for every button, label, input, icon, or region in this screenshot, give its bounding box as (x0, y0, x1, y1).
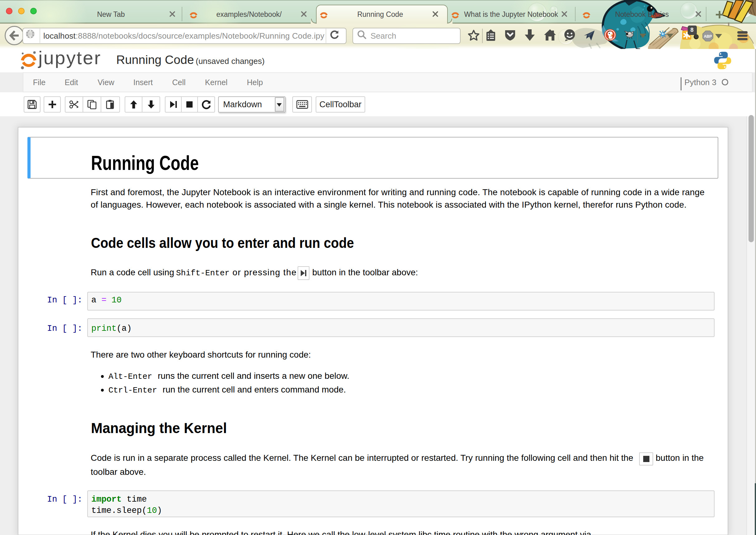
svg-text:ABP: ABP (704, 34, 712, 39)
